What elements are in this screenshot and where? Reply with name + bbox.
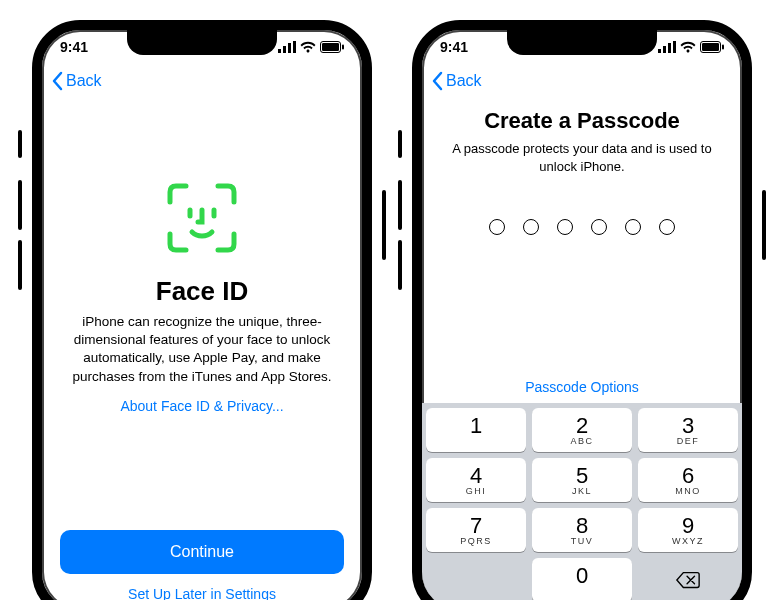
keypad-key-4[interactable]: 4GHI — [426, 458, 526, 502]
page-title: Face ID — [156, 276, 249, 307]
page-description: iPhone can recognize the unique, three-d… — [42, 313, 362, 386]
back-button[interactable]: Back — [50, 71, 102, 91]
svg-rect-6 — [342, 45, 344, 50]
numeric-keypad: 1 2ABC 3DEF 4GHI 5JKL 6MNO 7PQRS 8TUV 9W… — [422, 403, 742, 600]
keypad-delete[interactable] — [638, 558, 738, 600]
back-label: Back — [66, 72, 102, 90]
passcode-dot — [625, 219, 641, 235]
keypad-key-6[interactable]: 6MNO — [638, 458, 738, 502]
keypad-blank — [426, 558, 526, 600]
status-indicators — [278, 41, 344, 53]
status-indicators — [658, 41, 724, 53]
svg-rect-12 — [702, 43, 719, 51]
svg-rect-8 — [663, 46, 666, 53]
svg-rect-7 — [658, 49, 661, 53]
keypad-key-9[interactable]: 9WXYZ — [638, 508, 738, 552]
page-title: Create a Passcode — [484, 108, 680, 134]
svg-rect-5 — [322, 43, 339, 51]
battery-icon — [700, 41, 724, 53]
cellular-icon — [278, 41, 296, 53]
passcode-dot — [557, 219, 573, 235]
passcode-dot — [659, 219, 675, 235]
wifi-icon — [680, 41, 696, 53]
wifi-icon — [300, 41, 316, 53]
svg-rect-2 — [288, 43, 291, 53]
svg-rect-10 — [673, 41, 676, 53]
cellular-icon — [658, 41, 676, 53]
phone-passcode: 9:41 Back Create a Passcode A passcode p… — [412, 20, 752, 600]
back-label: Back — [446, 72, 482, 90]
privacy-link[interactable]: About Face ID & Privacy... — [120, 398, 283, 414]
keypad-key-0[interactable]: 0 — [532, 558, 632, 600]
keypad-key-8[interactable]: 8TUV — [532, 508, 632, 552]
keypad-key-5[interactable]: 5JKL — [532, 458, 632, 502]
phone-faceid: 9:41 Back — [32, 20, 372, 600]
setup-later-link[interactable]: Set Up Later in Settings — [128, 586, 276, 600]
backspace-icon — [675, 570, 701, 590]
passcode-dot — [489, 219, 505, 235]
chevron-left-icon — [50, 71, 64, 91]
passcode-options-link[interactable]: Passcode Options — [525, 379, 639, 395]
svg-rect-0 — [278, 49, 281, 53]
keypad-key-7[interactable]: 7PQRS — [426, 508, 526, 552]
chevron-left-icon — [430, 71, 444, 91]
svg-rect-3 — [293, 41, 296, 53]
keypad-key-1[interactable]: 1 — [426, 408, 526, 452]
keypad-key-3[interactable]: 3DEF — [638, 408, 738, 452]
notch — [507, 29, 657, 55]
svg-rect-9 — [668, 43, 671, 53]
svg-rect-1 — [283, 46, 286, 53]
battery-icon — [320, 41, 344, 53]
faceid-icon — [162, 178, 242, 258]
passcode-dots — [489, 219, 675, 235]
nav-bar: Back — [42, 64, 362, 98]
svg-rect-13 — [722, 45, 724, 50]
passcode-dot — [591, 219, 607, 235]
status-time: 9:41 — [60, 39, 88, 55]
nav-bar: Back — [422, 64, 742, 98]
continue-button[interactable]: Continue — [60, 530, 344, 574]
status-time: 9:41 — [440, 39, 468, 55]
notch — [127, 29, 277, 55]
keypad-key-2[interactable]: 2ABC — [532, 408, 632, 452]
passcode-dot — [523, 219, 539, 235]
back-button[interactable]: Back — [430, 71, 482, 91]
page-description: A passcode protects your data and is use… — [422, 140, 742, 175]
